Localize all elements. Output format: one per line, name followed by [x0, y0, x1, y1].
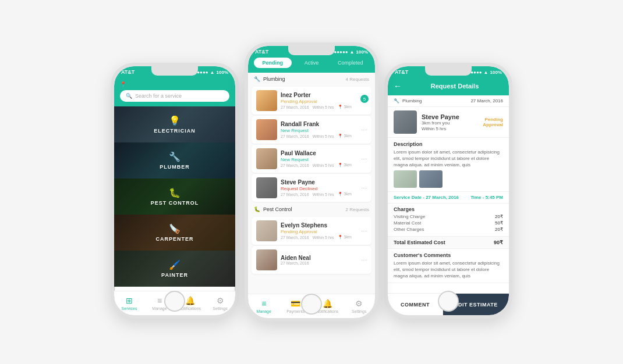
evelyn-meta: 27 March, 2016 Within 5 hrs 📍 3km	[281, 235, 357, 240]
pest-section-icon: 🐛	[254, 206, 260, 212]
paul-info: Paul Wallace New Request 27 March, 2016 …	[281, 150, 357, 167]
pest-label: PEST CONTROL	[151, 200, 199, 206]
steve-more-button[interactable]: ···	[361, 184, 367, 192]
paul-more-button[interactable]: ···	[361, 155, 367, 163]
service-painter[interactable]: 🖌️ PAINTER	[114, 251, 235, 287]
charge-other-label: Other Charges	[394, 227, 424, 232]
comment-button[interactable]: COMMENT	[388, 294, 443, 315]
inez-badge: 5	[360, 95, 369, 103]
settings-p2-icon: ⚙	[355, 299, 363, 308]
avatar-aiden	[256, 249, 277, 270]
electrician-overlay: 💡 ELECTRICIAN	[114, 106, 235, 142]
inez-meta: 27 March, 2016 Within 5 hrs 📍 3km	[281, 105, 357, 109]
phone-3-home-button[interactable]	[438, 291, 459, 312]
paul-meta: 27 March, 2016 Within 5 hrs 📍 3km	[281, 163, 357, 167]
phone-2-home-button[interactable]	[301, 294, 322, 315]
status-icons-3: ●●●●● ▲ 100%	[468, 70, 502, 75]
inez-date: 27 March, 2016	[281, 105, 309, 109]
plumbing-count: 4 Requests	[346, 77, 369, 82]
aiden-more-button[interactable]: ···	[361, 256, 367, 264]
service-carpenter[interactable]: 🪚 CARPENTER	[114, 215, 235, 251]
search-icon: 🔍	[126, 93, 132, 99]
steve-info: Steve Payne Request Declined 27 March, 2…	[281, 179, 357, 197]
wifi-icon-3: ▲	[484, 70, 489, 75]
phone-1-home-button[interactable]	[164, 291, 185, 312]
randall-name: Randall Frank	[281, 121, 357, 127]
inez-dist: 📍 3km	[338, 105, 352, 109]
paul-name: Paul Wallace	[281, 150, 357, 156]
search-bar[interactable]: 🔍 Search for a service	[120, 90, 229, 102]
location-icon: 📍	[120, 81, 126, 87]
randall-meta: 27 March, 2016 Within 5 hrs 📍 3km	[281, 134, 357, 138]
description-text: Lorem ipsum dolor sit amet, consectetur …	[394, 149, 503, 169]
steve-status: Request Declined	[281, 186, 357, 191]
service-pest[interactable]: 🐛 PEST CONTROL	[114, 179, 235, 215]
wifi-icon-2: ▲	[350, 49, 355, 55]
provider-status: PendingApproval	[483, 117, 503, 127]
battery-1: 100%	[217, 70, 228, 75]
request-paul[interactable]: Paul Wallace New Request 27 March, 2016 …	[252, 145, 371, 173]
request-evelyn[interactable]: Evelyn Stephens Pending Approval 27 Marc…	[252, 217, 371, 245]
phone-1-screen: AT&T ●●●●● ▲ 100% 📍 🔍 Search for a servi…	[114, 66, 235, 315]
services-nav-icon: ⊞	[126, 296, 133, 305]
painter-icon: 🖌️	[169, 259, 180, 270]
pest-count: 2 Requests	[346, 207, 369, 212]
nav-settings-p2[interactable]: ⚙ Settings	[344, 299, 376, 313]
wifi-icon-1: ▲	[210, 70, 215, 75]
nav-manage-p2[interactable]: ≡ Manage	[248, 299, 280, 313]
search-placeholder: Search for a service	[135, 93, 182, 99]
evelyn-more-button[interactable]: ···	[361, 227, 367, 235]
charges-title: Charges	[394, 206, 503, 212]
nav-services[interactable]: ⊞ Services	[114, 296, 144, 311]
carpenter-label: CARPENTER	[155, 236, 193, 242]
avatar-evelyn	[256, 220, 277, 241]
charge-visiting: Visiting Charge 20₹	[394, 214, 503, 219]
tab-completed[interactable]: Completed	[331, 58, 369, 68]
total-row: Total Estimated Cost 90₹	[388, 237, 509, 249]
description-images	[394, 170, 503, 188]
avatar-paul	[256, 148, 277, 169]
manage-p2-icon: ≡	[261, 299, 266, 308]
service-plumber[interactable]: 🔧 PLUMBER	[114, 142, 235, 179]
battery-3: 100%	[490, 70, 502, 75]
charge-material-label: Material Cost	[394, 220, 421, 226]
charge-material: Material Cost 50₹	[394, 220, 503, 226]
manage-content: 🔧 Plumbing 4 Requests Inez Porter Pendin…	[248, 73, 375, 294]
electrician-label: ELECTRICIAN	[154, 128, 196, 134]
request-steve[interactable]: Steve Payne Request Declined 27 March, 2…	[252, 174, 371, 202]
inez-time: Within 5 hrs	[313, 105, 334, 109]
back-button[interactable]: ←	[394, 81, 402, 91]
steve-time: Within 5 hrs	[313, 192, 334, 197]
aiden-date: 27 March, 2016	[281, 261, 309, 265]
evelyn-info: Evelyn Stephens Pending Approval 27 Marc…	[281, 222, 357, 240]
status-icons-1: ●●●●● ▲ 100%	[194, 70, 228, 75]
carpenter-icon: 🪚	[169, 223, 180, 234]
randall-more-button[interactable]: ···	[361, 126, 367, 134]
paul-date: 27 March, 2016	[281, 163, 309, 167]
settings-nav-icon: ⚙	[217, 296, 224, 305]
services-list: 💡 ELECTRICIAN 🔧 PLUMBER	[114, 106, 235, 291]
pest-overlay: 🐛 PEST CONTROL	[114, 179, 235, 215]
evelyn-name: Evelyn Stephens	[281, 222, 357, 229]
phone-3: AT&T ●●●●● ▲ 100% ← Request Details	[384, 63, 512, 319]
detail-title: Request Details	[406, 83, 503, 90]
provider-meta: 3km from you Within 5 hrs	[422, 120, 478, 131]
nav-settings[interactable]: ⚙ Settings	[205, 296, 235, 311]
service-electrician[interactable]: 💡 ELECTRICIAN	[114, 106, 235, 142]
settings-p2-label: Settings	[352, 309, 366, 313]
randall-info: Randall Frank New Request 27 March, 2016…	[281, 121, 357, 138]
pest-section-header: 🐛 Pest Control 2 Requests	[248, 203, 375, 216]
notifications-nav-icon: 🔔	[185, 296, 195, 305]
tab-pending[interactable]: Pending	[254, 58, 292, 68]
tab-active[interactable]: Active	[293, 58, 331, 68]
request-randall[interactable]: Randall Frank New Request 27 March, 2016…	[252, 116, 371, 144]
service-detail-name: Plumbing	[402, 98, 422, 104]
service-date-label: Service Date - 27 March, 2016	[394, 195, 459, 200]
carrier-1: AT&T	[121, 69, 134, 75]
randall-time: Within 5 hrs	[313, 134, 334, 138]
avatar-inez	[256, 90, 277, 111]
comments-text: Lorem ipsum dolor sit amet, consectetur …	[394, 260, 503, 280]
comments-section: Customer's Comments Lorem ipsum dolor si…	[388, 249, 509, 284]
request-inez[interactable]: Inez Porter Pending Approval 27 March, 2…	[252, 87, 371, 115]
request-aiden[interactable]: Aiden Neal 27 March, 2016 ···	[252, 246, 371, 274]
